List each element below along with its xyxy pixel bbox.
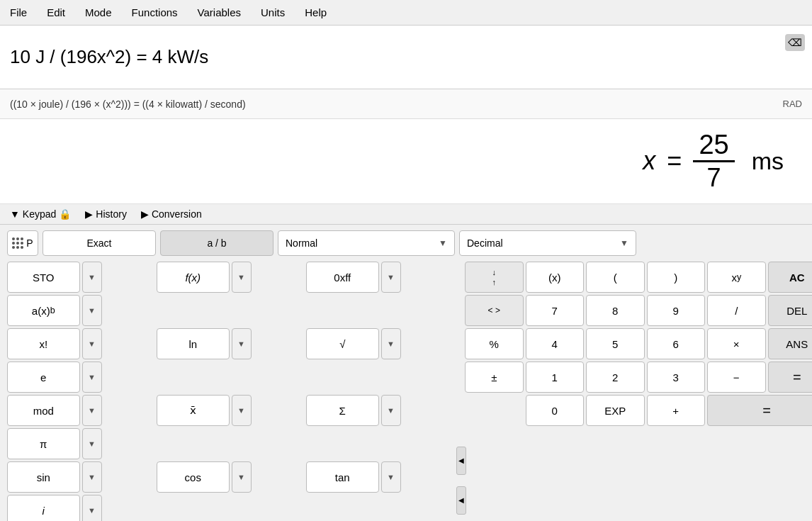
solution-denominator: 7: [701, 164, 727, 192]
ln-button[interactable]: ln: [157, 328, 230, 359]
sto-dropdown[interactable]: ▼: [82, 262, 102, 293]
decimal-label: Decimal: [467, 237, 503, 249]
expression-input[interactable]: [10, 46, 774, 68]
three-button[interactable]: 3: [647, 362, 706, 393]
divide-button[interactable]: /: [707, 295, 766, 326]
menu-units[interactable]: Units: [258, 5, 288, 20]
nine-button[interactable]: 9: [647, 295, 706, 326]
cos-button[interactable]: cos: [157, 461, 230, 493]
axb-dropdown[interactable]: ▼: [82, 295, 102, 326]
history-arrow-icon: ▶: [85, 208, 93, 220]
nav-updown-button[interactable]: ↓↑: [465, 262, 524, 293]
xbar-button[interactable]: x̄: [157, 395, 230, 426]
grid-button[interactable]: P: [7, 230, 38, 256]
del-button[interactable]: DEL: [768, 295, 813, 326]
sigma-button[interactable]: Σ: [306, 395, 379, 426]
paren-x-button[interactable]: (x): [526, 262, 585, 293]
mod-dropdown[interactable]: ▼: [82, 395, 102, 426]
plusminus-button[interactable]: ±: [465, 362, 524, 393]
five-button[interactable]: 5: [586, 328, 645, 359]
tan-dropdown[interactable]: ▼: [381, 461, 401, 493]
seven-button[interactable]: 7: [526, 295, 585, 326]
exp-button[interactable]: EXP: [586, 395, 645, 426]
percent-button[interactable]: %: [465, 328, 524, 359]
menu-variables[interactable]: Variables: [195, 5, 244, 20]
menu-help[interactable]: Help: [302, 5, 329, 20]
sigma-dropdown[interactable]: ▼: [381, 395, 401, 426]
one-button[interactable]: 1: [526, 362, 585, 393]
ac-button[interactable]: AC: [768, 262, 813, 293]
parsed-expression: ((10 × joule) / (196 × (x^2))) = ((4 × k…: [10, 99, 246, 110]
conversion-toggle[interactable]: ▶ Conversion: [141, 208, 202, 220]
sin-dropdown[interactable]: ▼: [82, 461, 102, 493]
equals-button[interactable]: =: [768, 362, 813, 393]
conversion-label: Conversion: [152, 208, 202, 220]
factorial-dropdown[interactable]: ▼: [82, 328, 102, 359]
collapse-right-button[interactable]: ◀: [456, 486, 466, 515]
four-button[interactable]: 4: [526, 328, 585, 359]
factorial-button[interactable]: x!: [7, 328, 80, 359]
plus-button[interactable]: +: [647, 395, 706, 426]
sqrt-dropdown[interactable]: ▼: [381, 328, 401, 359]
minus-button[interactable]: −: [707, 362, 766, 393]
zero-button[interactable]: 0: [526, 395, 585, 426]
sqrt-button[interactable]: √: [306, 328, 379, 359]
mod-button[interactable]: mod: [7, 395, 80, 426]
sto-button[interactable]: STO: [7, 262, 80, 293]
hex-dropdown[interactable]: ▼: [381, 262, 401, 293]
tan-button[interactable]: tan: [306, 461, 379, 493]
solution-unit: ms: [752, 147, 784, 175]
keypad-toggle[interactable]: ▼ Keypad 🔒: [10, 208, 71, 220]
equals-button-2[interactable]: =: [707, 395, 812, 426]
lock-icon: 🔒: [59, 208, 71, 220]
mode-buttons-row: P Exact a / b Normal ▼ Decimal ▼: [0, 225, 812, 262]
fx-button[interactable]: f(x): [157, 262, 230, 293]
eight-button[interactable]: 8: [586, 295, 645, 326]
pi-dropdown[interactable]: ▼: [82, 428, 102, 459]
angle-mode: RAD: [783, 99, 802, 109]
solution-numerator: 25: [693, 130, 734, 162]
pi-button[interactable]: π: [7, 428, 80, 459]
keypad-right: ◀ ◀ ↓↑ (x) ( ) xy AC < > 7 8 9 / DEL: [465, 262, 812, 521]
power-button[interactable]: xy: [707, 262, 766, 293]
menu-edit[interactable]: Edit: [44, 5, 68, 20]
cos-dropdown[interactable]: ▼: [232, 461, 252, 493]
open-paren-button[interactable]: (: [586, 262, 645, 293]
i-dropdown[interactable]: ▼: [82, 495, 102, 521]
e-button[interactable]: e: [7, 362, 80, 393]
fx-dropdown[interactable]: ▼: [232, 262, 252, 293]
decimal-dropdown[interactable]: Decimal ▼: [459, 230, 636, 256]
left-right-button[interactable]: < >: [465, 295, 524, 326]
i-button[interactable]: i: [7, 495, 80, 521]
hex-button[interactable]: 0xff: [306, 262, 379, 293]
collapse-left-button[interactable]: ◀: [456, 447, 466, 475]
close-paren-button[interactable]: ): [647, 262, 706, 293]
history-label: History: [96, 208, 127, 220]
decimal-dropdown-arrow-icon: ▼: [620, 238, 628, 248]
solution-variable: x: [643, 146, 655, 176]
e-dropdown[interactable]: ▼: [82, 362, 102, 393]
solution-display: x = 25 7 ms: [643, 130, 784, 191]
ln-dropdown[interactable]: ▼: [232, 328, 252, 359]
multiply-button[interactable]: ×: [707, 328, 766, 359]
input-area: ⌫: [0, 26, 812, 89]
ab-button[interactable]: a / b: [160, 230, 274, 256]
backspace-button[interactable]: ⌫: [785, 34, 805, 51]
ans-button[interactable]: ANS: [768, 328, 813, 359]
two-button[interactable]: 2: [586, 362, 645, 393]
menu-functions[interactable]: Functions: [129, 5, 181, 20]
menu-file[interactable]: File: [7, 5, 30, 20]
menu-bar: File Edit Mode Functions Variables Units…: [0, 0, 812, 26]
xbar-dropdown[interactable]: ▼: [232, 395, 252, 426]
exact-button[interactable]: Exact: [43, 230, 156, 256]
solution-equals-sign: =: [667, 146, 682, 176]
sin-button[interactable]: sin: [7, 461, 80, 493]
six-button[interactable]: 6: [647, 328, 706, 359]
normal-dropdown[interactable]: Normal ▼: [278, 230, 455, 256]
menu-mode[interactable]: Mode: [82, 5, 115, 20]
history-toggle[interactable]: ▶ History: [85, 208, 127, 220]
normal-label: Normal: [286, 237, 317, 249]
axb-button[interactable]: a(x)b: [7, 295, 80, 326]
solution-area: x = 25 7 ms: [0, 119, 812, 204]
solution-fraction: 25 7: [693, 130, 734, 191]
